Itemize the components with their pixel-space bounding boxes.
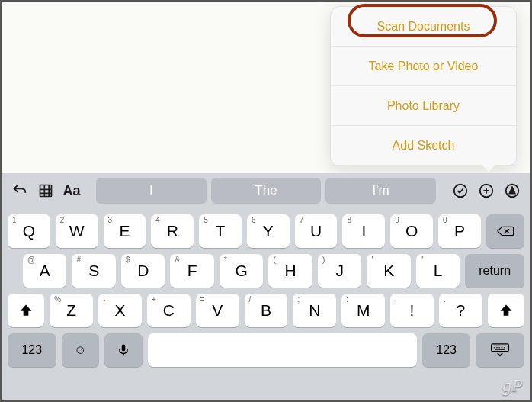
key-sublabel: 2 <box>60 216 65 224</box>
key-label: I <box>361 222 366 240</box>
emoji-icon: ☺ <box>74 343 86 357</box>
key-sublabel: = <box>200 295 205 304</box>
key-l[interactable]: "L <box>416 254 460 288</box>
key-label: F <box>187 262 197 280</box>
key-z[interactable]: %Z <box>50 294 93 327</box>
key-label: N <box>309 301 320 320</box>
key-sublabel: ' <box>371 256 373 264</box>
key-shift-right[interactable] <box>488 294 524 327</box>
key-j[interactable]: )J <box>318 254 361 288</box>
suggestion-3[interactable]: I'm <box>325 178 436 204</box>
key-label: return <box>479 264 511 278</box>
key-label: O <box>405 222 418 240</box>
key-i[interactable]: 8I <box>342 214 385 248</box>
key-h[interactable]: (H <box>268 254 312 288</box>
key-sublabel: 8 <box>347 216 351 224</box>
key-sublabel: 3 <box>108 216 113 224</box>
svg-point-1 <box>454 185 467 198</box>
suggestion-1[interactable]: I <box>96 178 207 204</box>
undo-icon[interactable] <box>9 180 30 201</box>
key-c[interactable]: +C <box>147 294 191 327</box>
popup-item-label: Take Photo or Video <box>369 59 479 73</box>
key-label: X <box>115 301 126 320</box>
key-sublabel: / <box>249 295 252 304</box>
key-label: E <box>119 222 130 240</box>
key-b[interactable]: /B <box>245 294 288 327</box>
key-label: 123 <box>436 343 457 357</box>
key-p[interactable]: 0P <box>438 214 481 248</box>
popup-tail-icon <box>481 164 496 172</box>
key-label: U <box>310 222 322 240</box>
key-o[interactable]: 9O <box>390 214 433 248</box>
key-label: G <box>236 262 248 280</box>
key-y[interactable]: 6Y <box>247 214 290 248</box>
key-numbers-left[interactable]: 123 <box>8 333 56 367</box>
key-label: V <box>212 301 223 320</box>
key-return[interactable]: return <box>465 254 524 288</box>
key-emoji[interactable]: ☺ <box>62 333 99 367</box>
key-label: S <box>88 262 99 280</box>
popup-item-label: Photo Library <box>387 99 460 113</box>
key-sublabel: . <box>444 295 446 304</box>
key-w[interactable]: 2W <box>56 214 98 248</box>
key-g[interactable]: *G <box>220 254 263 288</box>
key-label: L <box>434 262 443 280</box>
key-x[interactable]: -X <box>98 294 142 327</box>
key-sublabel: ) <box>322 256 325 264</box>
key-label: B <box>261 301 271 320</box>
key-sublabel: 7 <box>300 216 304 224</box>
checklist-icon[interactable] <box>450 180 471 201</box>
key-label: ! <box>410 301 415 320</box>
key-s[interactable]: #S <box>72 254 115 288</box>
watermark: gP <box>502 375 523 396</box>
key-sublabel: 4 <box>155 216 160 224</box>
key-row-2: @A #S $D &F *G (H )J 'K "L return <box>2 254 530 288</box>
key-exclaim[interactable]: ,! <box>390 294 434 327</box>
key-u[interactable]: 7U <box>295 214 338 248</box>
key-sublabel: " <box>421 256 424 264</box>
key-m[interactable]: :M <box>341 294 385 327</box>
key-label: Y <box>263 222 274 240</box>
key-n[interactable]: ;N <box>293 294 336 327</box>
key-e[interactable]: 3E <box>104 214 146 248</box>
key-label: Z <box>66 301 76 320</box>
key-dictation[interactable] <box>104 333 142 367</box>
key-shift-left[interactable] <box>8 294 44 327</box>
popup-item-scan-documents[interactable]: Scan Documents <box>331 7 516 47</box>
table-icon[interactable] <box>35 180 56 201</box>
key-k[interactable]: 'K <box>367 254 410 288</box>
suggestion-label: I'm <box>373 183 389 198</box>
add-attachment-icon[interactable] <box>476 180 497 201</box>
key-space[interactable] <box>148 333 417 367</box>
key-r[interactable]: 4R <box>151 214 194 248</box>
key-backspace[interactable] <box>486 214 524 248</box>
svg-rect-0 <box>40 185 52 197</box>
key-v[interactable]: =V <box>196 294 239 327</box>
key-label: R <box>167 222 178 240</box>
markup-icon[interactable] <box>502 180 523 201</box>
suggestion-2[interactable]: The <box>211 178 322 204</box>
popup-item-take-photo-video[interactable]: Take Photo or Video <box>331 47 516 86</box>
onscreen-keyboard: Aa I The I'm 1Q 2W 3E 4R 5T 6Y 7U 8I 9O … <box>2 173 530 400</box>
key-dismiss-keyboard[interactable] <box>476 333 524 367</box>
key-label: 123 <box>21 343 42 357</box>
key-d[interactable]: $D <box>121 254 165 288</box>
key-sublabel: : <box>346 295 348 304</box>
key-label: K <box>383 262 394 280</box>
key-sublabel: 5 <box>204 216 208 224</box>
key-q[interactable]: 1Q <box>8 214 50 248</box>
key-numbers-right[interactable]: 123 <box>422 333 471 367</box>
key-sublabel: & <box>175 256 180 264</box>
key-sublabel: 0 <box>443 216 447 224</box>
popup-item-add-sketch[interactable]: Add Sketch <box>331 126 516 166</box>
key-f[interactable]: &F <box>170 254 213 288</box>
key-label: Q <box>23 222 35 240</box>
key-a[interactable]: @A <box>23 254 66 288</box>
text-format-icon[interactable]: Aa <box>61 180 82 201</box>
key-t[interactable]: 5T <box>199 214 242 248</box>
key-sublabel: ; <box>297 295 300 304</box>
popup-item-photo-library[interactable]: Photo Library <box>331 86 516 126</box>
popup-item-label: Scan Documents <box>377 20 470 34</box>
key-sublabel: ( <box>273 256 275 264</box>
key-question[interactable]: .? <box>439 294 482 327</box>
